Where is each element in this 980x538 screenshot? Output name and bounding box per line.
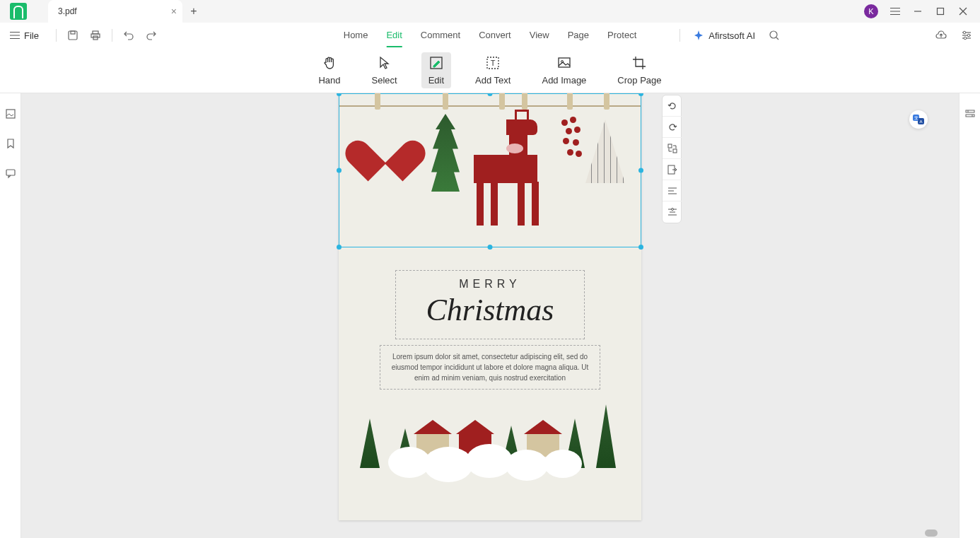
rotate-left-icon[interactable] xyxy=(663,95,682,117)
svg-rect-20 xyxy=(559,58,570,67)
menu-edit[interactable]: Edit xyxy=(386,24,402,47)
image-icon xyxy=(556,55,572,71)
pine-branch xyxy=(431,114,460,192)
svg-point-9 xyxy=(770,31,777,38)
menu-page[interactable]: Page xyxy=(568,24,589,47)
title-text-box[interactable]: MERRY Christmas xyxy=(395,270,585,339)
clothespin xyxy=(567,93,573,110)
menu-home[interactable]: Home xyxy=(344,24,368,47)
crop-image-icon[interactable] xyxy=(663,201,682,223)
tool-edit[interactable]: Edit xyxy=(421,52,451,88)
resize-handle[interactable] xyxy=(638,168,643,173)
settings-lines-icon[interactable] xyxy=(960,29,973,42)
search-icon[interactable] xyxy=(768,29,781,42)
rotate-right-icon[interactable] xyxy=(663,117,682,138)
tab-close-icon[interactable]: × xyxy=(171,6,177,17)
svg-point-14 xyxy=(963,31,966,34)
svg-point-33 xyxy=(672,209,674,211)
text-icon: T xyxy=(485,55,501,71)
menu-view[interactable]: View xyxy=(530,24,549,47)
resize-handle[interactable] xyxy=(337,245,342,250)
svg-text:A: A xyxy=(919,119,922,124)
heart-ornament xyxy=(361,124,410,173)
file-menu-button[interactable]: File xyxy=(10,30,39,41)
hamburger-icon xyxy=(10,32,20,39)
christmas-text: Christmas xyxy=(396,292,584,328)
svg-rect-4 xyxy=(69,31,77,40)
tool-crop-page[interactable]: Crop Page xyxy=(610,52,668,88)
tool-hand[interactable]: Hand xyxy=(311,52,347,88)
comments-icon[interactable] xyxy=(4,167,17,180)
resize-handle[interactable] xyxy=(488,93,493,96)
moose-ornament xyxy=(467,119,544,226)
svg-rect-22 xyxy=(6,110,15,118)
app-menu-icon[interactable] xyxy=(889,6,901,17)
document-tab[interactable]: 3.pdf × xyxy=(48,0,182,23)
save-icon[interactable] xyxy=(66,29,79,42)
tool-add-image[interactable]: Add Image xyxy=(535,52,593,88)
new-tab-button[interactable]: + xyxy=(182,0,205,23)
undo-icon[interactable] xyxy=(122,29,135,42)
titlebar: 3.pdf × + K xyxy=(0,0,980,23)
cursor-icon xyxy=(377,55,392,71)
workspace: MERRY Christmas Lorem ipsum dolor sit am… xyxy=(0,93,980,538)
tool-label: Edit xyxy=(428,75,444,86)
tool-label: Add Image xyxy=(542,75,586,86)
tab-strip: 3.pdf × + xyxy=(48,0,205,23)
sparkle-icon xyxy=(693,30,704,41)
tool-add-text[interactable]: T Add Text xyxy=(468,52,518,88)
svg-rect-38 xyxy=(966,110,974,112)
image-context-toolbar xyxy=(662,95,682,223)
horizontal-scrollbar-thumb[interactable] xyxy=(925,530,938,537)
document-page[interactable]: MERRY Christmas Lorem ipsum dolor sit am… xyxy=(339,93,641,520)
minimize-icon[interactable] xyxy=(912,6,923,17)
canvas[interactable]: MERRY Christmas Lorem ipsum dolor sit am… xyxy=(21,93,959,538)
window-controls: K xyxy=(864,0,980,23)
extract-image-icon[interactable] xyxy=(663,159,682,180)
menu-protect[interactable]: Protect xyxy=(607,24,636,47)
resize-handle[interactable] xyxy=(638,245,643,250)
svg-point-15 xyxy=(967,34,970,37)
menubar: File Home Edit Comment Convert View Page… xyxy=(0,23,980,48)
separator xyxy=(56,29,57,42)
left-panel xyxy=(0,93,21,538)
resize-handle[interactable] xyxy=(337,93,342,96)
properties-icon[interactable] xyxy=(964,107,976,120)
thumbnails-icon[interactable] xyxy=(4,107,17,120)
translate-badge[interactable]: 文A xyxy=(909,110,928,129)
resize-handle[interactable] xyxy=(638,93,643,96)
menu-comment[interactable]: Comment xyxy=(421,24,460,47)
quick-actions xyxy=(56,29,158,42)
redo-icon[interactable] xyxy=(145,29,158,42)
body-text-box[interactable]: Lorem ipsum dolor sit amet, consectetur … xyxy=(380,345,600,390)
replace-image-icon[interactable] xyxy=(663,138,682,159)
bottom-scene-image[interactable] xyxy=(353,393,627,478)
menu-convert[interactable]: Convert xyxy=(479,24,511,47)
tool-select[interactable]: Select xyxy=(365,52,404,88)
clothespin xyxy=(522,93,527,110)
ai-button[interactable]: Afirstsoft AI xyxy=(693,30,755,41)
berries-ornament xyxy=(559,114,584,177)
bookmarks-icon[interactable] xyxy=(4,137,17,150)
resize-handle[interactable] xyxy=(488,245,493,250)
edit-toolbar: Hand Select Edit T Add Text Add Image Cr… xyxy=(0,48,980,93)
svg-rect-24 xyxy=(668,144,672,148)
align-icon[interactable] xyxy=(663,180,682,201)
close-icon[interactable] xyxy=(957,6,969,17)
print-icon[interactable] xyxy=(89,29,102,42)
tool-label: Select xyxy=(372,75,397,86)
tab-title: 3.pdf xyxy=(58,6,77,16)
clothespin xyxy=(443,93,448,110)
resize-handle[interactable] xyxy=(337,168,342,173)
menu-right: Afirstsoft AI xyxy=(679,29,973,42)
svg-rect-1 xyxy=(938,8,944,15)
svg-point-16 xyxy=(964,37,967,40)
body-text: Lorem ipsum dolor sit amet, consectetur … xyxy=(392,353,589,382)
clothespin xyxy=(604,93,609,110)
user-avatar[interactable]: K xyxy=(864,4,878,18)
cloud-icon[interactable] xyxy=(935,29,947,42)
svg-text:T: T xyxy=(491,59,496,67)
separator xyxy=(112,29,112,42)
maximize-icon[interactable] xyxy=(935,6,946,17)
selected-image[interactable] xyxy=(339,93,641,247)
